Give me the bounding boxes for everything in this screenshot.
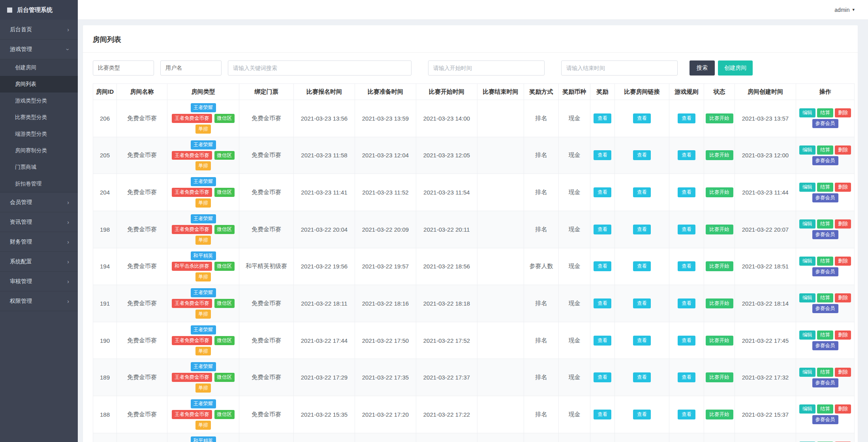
settle-button[interactable]: 结算 [817, 257, 833, 266]
delete-button[interactable]: 删除 [835, 368, 851, 377]
sidebar-subitem-1-1[interactable]: 房间列表 [0, 76, 78, 93]
cell-status: 比赛开始 [704, 174, 735, 211]
view-link-button[interactable]: 查看 [633, 261, 651, 271]
view-rules-button[interactable]: 查看 [678, 113, 695, 123]
view-reward-button[interactable]: 查看 [594, 261, 611, 271]
sidebar-item-7[interactable]: 权限管理› [0, 291, 78, 311]
view-reward-button[interactable]: 查看 [594, 187, 611, 197]
settle-button[interactable]: 结算 [817, 183, 833, 192]
sidebar-subitem-1-2[interactable]: 游戏类型分类 [0, 93, 78, 109]
edit-button[interactable]: 编辑 [799, 293, 815, 302]
start-time-input[interactable] [428, 60, 545, 76]
view-reward-button[interactable]: 查看 [594, 336, 611, 346]
edit-button[interactable]: 编辑 [799, 108, 815, 117]
room-type-badge: 王者免费金币赛 [172, 114, 212, 123]
sidebar-subitem-1-7[interactable]: 折扣卷管理 [0, 176, 78, 192]
sidebar-subitem-1-0[interactable]: 创建房间 [0, 59, 78, 76]
column-header-3: 绑定门票 [239, 84, 294, 100]
view-reward-button[interactable]: 查看 [594, 113, 611, 123]
view-link-button[interactable]: 查看 [633, 225, 651, 234]
edit-button[interactable]: 编辑 [799, 257, 815, 266]
cell-view-reward-button: 查看 [590, 433, 615, 442]
cell-signup-time: 2021-03-23 13:56 [294, 100, 355, 137]
view-link-button[interactable]: 查看 [633, 113, 651, 123]
edit-button[interactable]: 编辑 [799, 368, 815, 377]
room-type-badge: 单排 [195, 198, 211, 208]
username-select[interactable]: 用户名 [160, 60, 222, 76]
sidebar-item-0[interactable]: 后台首页› [0, 20, 78, 40]
edit-button[interactable]: 编辑 [799, 145, 815, 155]
settle-button[interactable]: 结算 [817, 219, 833, 229]
column-header-13: 状态 [704, 84, 735, 100]
view-rules-button[interactable]: 查看 [678, 298, 695, 308]
members-button[interactable]: 参赛会员 [812, 341, 838, 350]
settle-button[interactable]: 结算 [817, 331, 833, 340]
delete-button[interactable]: 删除 [835, 293, 851, 302]
sidebar-item-3[interactable]: 资讯管理› [0, 212, 78, 232]
view-link-button[interactable]: 查看 [633, 298, 651, 308]
delete-button[interactable]: 删除 [835, 183, 851, 192]
sidebar-item-1[interactable]: 游戏管理› [0, 40, 78, 59]
view-reward-button[interactable]: 查看 [594, 372, 611, 382]
members-button[interactable]: 参赛会员 [812, 156, 838, 165]
settle-button[interactable]: 结算 [817, 368, 833, 377]
edit-button[interactable]: 编辑 [799, 183, 815, 192]
sidebar-subitem-1-3[interactable]: 比赛类型分类 [0, 109, 78, 126]
delete-button[interactable]: 删除 [835, 331, 851, 340]
delete-button[interactable]: 删除 [835, 257, 851, 266]
view-reward-button[interactable]: 查看 [594, 410, 611, 419]
edit-button[interactable]: 编辑 [799, 404, 815, 414]
column-header-14: 房间创建时间 [735, 84, 796, 100]
view-rules-button[interactable]: 查看 [678, 261, 695, 271]
settle-button[interactable]: 结算 [817, 404, 833, 414]
view-reward-button[interactable]: 查看 [594, 150, 611, 160]
members-button[interactable]: 参赛会员 [812, 193, 838, 202]
column-header-7: 比赛结束时间 [477, 84, 524, 100]
cell-room-types: 王者荣耀王者免费金币赛微信区单排 [167, 322, 239, 359]
sidebar-subitem-1-6[interactable]: 门票商城 [0, 159, 78, 176]
view-rules-button[interactable]: 查看 [678, 225, 695, 234]
members-button[interactable]: 参赛会员 [812, 304, 838, 313]
view-link-button[interactable]: 查看 [633, 150, 651, 160]
view-link-button[interactable]: 查看 [633, 410, 651, 419]
settle-button[interactable]: 结算 [817, 145, 833, 155]
edit-button[interactable]: 编辑 [799, 331, 815, 340]
view-rules-button[interactable]: 查看 [678, 150, 695, 160]
sidebar-item-2[interactable]: 会员管理› [0, 193, 78, 212]
settle-button[interactable]: 结算 [817, 293, 833, 302]
members-button[interactable]: 参赛会员 [812, 378, 838, 387]
sidebar-subitem-1-4[interactable]: 端游类型分类 [0, 126, 78, 142]
view-reward-button[interactable]: 查看 [594, 225, 611, 234]
members-button[interactable]: 参赛会员 [812, 415, 838, 424]
view-link-button[interactable]: 查看 [633, 336, 651, 346]
members-button[interactable]: 参赛会员 [812, 230, 838, 239]
view-rules-button[interactable]: 查看 [678, 372, 695, 382]
create-room-button[interactable]: 创建房间 [718, 60, 753, 76]
settle-button[interactable]: 结算 [817, 108, 833, 117]
keyword-search-input[interactable] [228, 60, 411, 76]
delete-button[interactable]: 删除 [835, 145, 851, 155]
status-badge: 比赛开始 [706, 336, 733, 346]
view-rules-button[interactable]: 查看 [678, 336, 695, 346]
match-type-select[interactable]: 比赛类型 [93, 60, 154, 76]
sidebar-item-6[interactable]: 审核管理› [0, 272, 78, 291]
delete-button[interactable]: 删除 [835, 108, 851, 117]
delete-button[interactable]: 删除 [835, 219, 851, 229]
view-reward-button[interactable]: 查看 [594, 298, 611, 308]
view-rules-button[interactable]: 查看 [678, 187, 695, 197]
edit-button[interactable]: 编辑 [799, 219, 815, 229]
members-button[interactable]: 参赛会员 [812, 267, 838, 276]
cell-room-id: 198 [93, 211, 117, 248]
sidebar-subitem-1-5[interactable]: 房间赛制分类 [0, 142, 78, 159]
view-link-button[interactable]: 查看 [633, 187, 651, 197]
delete-button[interactable]: 删除 [835, 404, 851, 414]
sidebar-item-4[interactable]: 财务管理› [0, 232, 78, 252]
search-button[interactable]: 搜索 [690, 60, 715, 76]
end-time-input[interactable] [561, 60, 678, 76]
view-link-button[interactable]: 查看 [633, 372, 651, 382]
sidebar-item-5[interactable]: 系统配置› [0, 252, 78, 272]
cell-view-reward-button: 查看 [590, 100, 615, 137]
members-button[interactable]: 参赛会员 [812, 119, 838, 128]
view-rules-button[interactable]: 查看 [678, 410, 695, 419]
user-dropdown[interactable]: admin ▾ [834, 7, 855, 13]
